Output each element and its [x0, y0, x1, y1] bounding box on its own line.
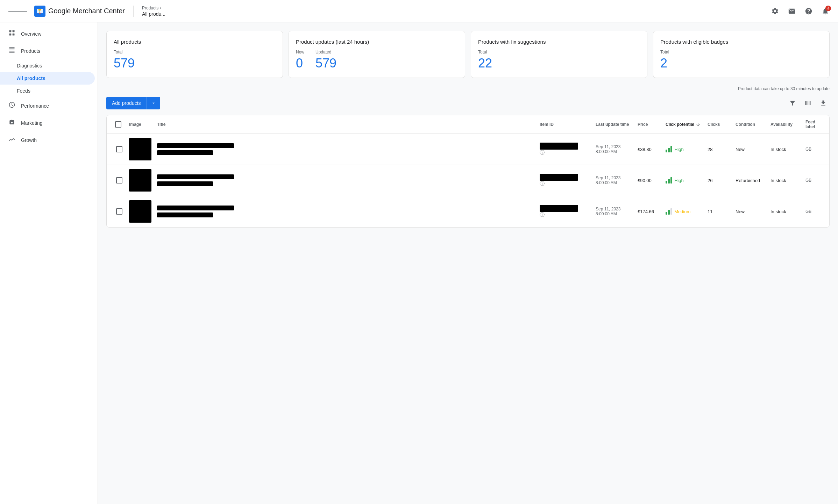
th-item-id: Item ID	[537, 115, 593, 134]
table-row: ⓘ Sep 11, 2023 8:00:00 AM £90.00 High 26	[107, 165, 829, 196]
logo-area: Google Merchant Center	[34, 6, 125, 17]
bar1	[666, 150, 667, 152]
bar3	[670, 177, 672, 183]
row1-checkbox[interactable]	[116, 146, 122, 152]
marketing-icon	[8, 118, 15, 127]
th-condition: Condition	[733, 115, 768, 134]
row2-update-time: Sep 11, 2023 8:00:00 AM	[593, 171, 635, 189]
row3-checkbox-cell	[112, 204, 126, 219]
svg-point-1	[39, 13, 41, 14]
table-row: ⓘ Sep 11, 2023 8:00:00 AM £38.80 High 28	[107, 134, 829, 165]
row3-item-id-cell: ⓘ	[537, 201, 593, 222]
bar1	[666, 212, 667, 215]
th-checkbox	[112, 115, 126, 134]
row3-title-line1	[157, 206, 234, 210]
row1-item-id-cell: ⓘ	[537, 138, 593, 160]
card-label-new: New	[296, 50, 304, 55]
row1-click-potential-group: High	[666, 146, 702, 152]
th-feed-label: Feed label	[803, 115, 824, 134]
add-products-main-button[interactable]: Add products	[106, 97, 147, 109]
card-title-badges: Products with eligible badges	[660, 38, 822, 45]
row2-info-icon[interactable]: ⓘ	[540, 181, 545, 186]
bar3	[670, 146, 672, 152]
card-label-updated: Updated	[315, 50, 336, 55]
row1-feed-label: GB	[803, 143, 824, 156]
row1-click-label: High	[674, 147, 684, 152]
row3-checkbox[interactable]	[116, 208, 122, 215]
sidebar-item-diagnostics[interactable]: Diagnostics	[0, 59, 95, 72]
th-title: Title	[154, 115, 537, 134]
th-click-potential[interactable]: Click potential	[663, 115, 705, 134]
app-title: Google Merchant Center	[48, 7, 125, 15]
th-clicks: Clicks	[705, 115, 733, 134]
row2-clicks: 26	[705, 174, 733, 187]
notifications-button[interactable]: 3	[818, 4, 832, 18]
row1-item-id	[540, 143, 578, 150]
row3-image-cell	[126, 196, 154, 227]
row3-title-line2	[157, 213, 213, 217]
card-fix-suggestions: Products with fix suggestions Total 22	[471, 31, 647, 78]
row3-click-label: Medium	[674, 209, 690, 214]
th-availability: Availability	[768, 115, 803, 134]
row3-click-potential: Medium	[663, 204, 705, 219]
header-divider	[133, 6, 134, 17]
select-all-checkbox[interactable]	[115, 121, 121, 128]
th-image: Image	[126, 115, 154, 134]
row3-title-lines	[157, 206, 534, 217]
growth-icon	[8, 136, 15, 144]
th-price: Price	[635, 115, 663, 134]
card-label-total-3: Total	[478, 50, 640, 55]
row1-checkbox-cell	[112, 142, 126, 157]
svg-rect-5	[13, 34, 15, 36]
row2-click-potential-group: High	[666, 177, 702, 183]
sidebar-item-growth[interactable]: Growth	[0, 131, 95, 149]
row2-item-id-cell: ⓘ	[537, 170, 593, 191]
sidebar: Overview Products Diagnostics All produc…	[0, 22, 98, 504]
sidebar-label-performance: Performance	[21, 103, 49, 109]
row1-clicks: 28	[705, 143, 733, 156]
sidebar-item-performance[interactable]: Performance	[0, 97, 95, 114]
header-left: Google Merchant Center Products › All pr…	[6, 6, 165, 17]
help-button[interactable]	[802, 4, 816, 18]
sidebar-item-marketing[interactable]: Marketing	[0, 114, 95, 131]
add-products-dropdown-button[interactable]	[147, 97, 160, 109]
card-updated-group: Updated 579	[315, 50, 336, 71]
row1-bar-chart	[666, 146, 672, 152]
sidebar-item-overview[interactable]: Overview	[0, 25, 95, 42]
row3-info-icon[interactable]: ⓘ	[540, 212, 545, 217]
row3-item-id	[540, 205, 578, 212]
table-header: Image Title Item ID Last update time Pri…	[107, 115, 829, 134]
download-button[interactable]	[817, 97, 830, 109]
breadcrumb-top: Products ›	[142, 6, 165, 10]
row1-click-potential: High	[663, 142, 705, 157]
sidebar-label-diagnostics: Diagnostics	[17, 63, 42, 69]
row2-click-potential: High	[663, 173, 705, 188]
sidebar-item-products[interactable]: Products	[0, 42, 95, 59]
row2-feed-label: GB	[803, 174, 824, 187]
performance-icon	[8, 101, 15, 110]
products-table: Image Title Item ID Last update time Pri…	[106, 115, 830, 228]
update-note: Product data can take up to 30 minutes t…	[106, 86, 830, 91]
row2-item-id	[540, 174, 578, 181]
row1-product-image	[129, 138, 151, 160]
card-value-fix: 22	[478, 56, 640, 71]
row1-availability: In stock	[768, 143, 803, 156]
row2-checkbox-cell	[112, 173, 126, 188]
bar2	[668, 210, 670, 215]
mail-button[interactable]	[785, 4, 799, 18]
filter-button[interactable]	[786, 97, 799, 109]
row1-title-line1	[157, 143, 234, 148]
row3-bar-chart	[666, 208, 672, 215]
row1-update-time: Sep 11, 2023 8:00:00 AM	[593, 140, 635, 158]
row1-info-icon[interactable]: ⓘ	[540, 150, 545, 155]
row2-checkbox[interactable]	[116, 177, 122, 183]
row2-title-lines	[157, 174, 534, 186]
card-label-total-1: Total	[114, 50, 276, 55]
columns-button[interactable]	[802, 97, 814, 109]
sidebar-item-feeds[interactable]: Feeds	[0, 85, 95, 97]
row2-condition: Refurbished	[733, 174, 768, 187]
settings-button[interactable]	[768, 4, 782, 18]
add-products-button-group[interactable]: Add products	[106, 97, 160, 109]
sidebar-item-all-products[interactable]: All products	[0, 72, 95, 85]
hamburger-menu[interactable]	[6, 7, 30, 15]
